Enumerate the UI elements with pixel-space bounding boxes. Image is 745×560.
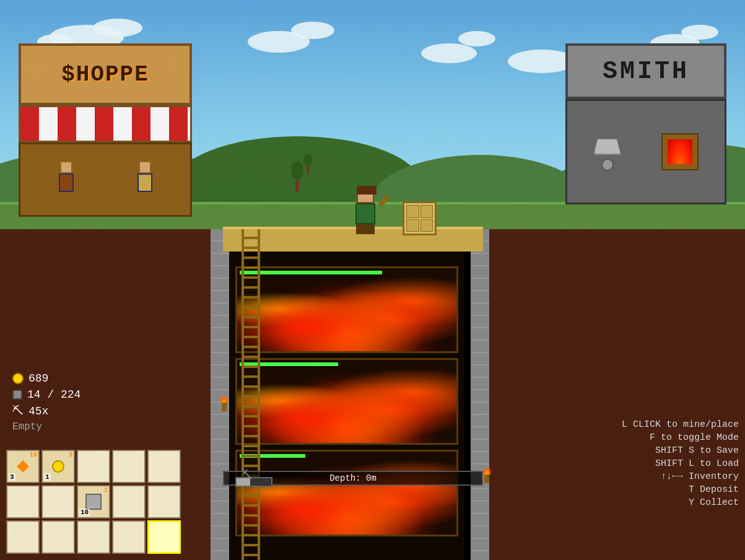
keybind-load-label: SHIFT L to Load (655, 458, 739, 469)
inv-slot-1[interactable]: 3 1 (41, 450, 75, 483)
inv-slot-6[interactable] (41, 485, 75, 518)
furnace-1-progress (240, 271, 382, 274)
keybind-deposit-label: T Deposit (689, 484, 739, 495)
npc-2-head (139, 161, 151, 173)
npc-1-body (59, 173, 74, 192)
item-box (403, 201, 437, 235)
smith-anvil (594, 133, 621, 155)
stat-pickaxe: ⛏ 45x (12, 405, 81, 418)
inv-slot-5[interactable] (6, 485, 40, 518)
inv-item-7: 1 10 (78, 486, 109, 517)
keybind-save-label: SHIFT S to Save (655, 445, 739, 456)
smith-label: SMITH (603, 58, 689, 85)
pickaxe-value: 45x (28, 405, 48, 418)
gold-value: 689 (28, 372, 48, 385)
keybind-collect-label: Y Collect (689, 497, 739, 508)
smith-weight (601, 159, 614, 171)
item-cell-3 (406, 219, 419, 232)
player-body (355, 203, 375, 224)
keybind-collect: Y Collect (622, 497, 739, 508)
pickaxe-icon: ⛏ (12, 405, 24, 418)
furnace-3 (235, 450, 458, 536)
npc-2 (133, 161, 157, 198)
keybind-save: SHIFT S to Save (622, 445, 739, 456)
keybinds-panel: L CLICK to mine/place F to toggle Mode S… (622, 419, 739, 510)
smith-furnace-small (661, 133, 699, 170)
player-hair (357, 186, 377, 195)
keybind-mine-label: L CLICK to mine/place (622, 419, 739, 430)
gold-coin-icon (12, 373, 24, 384)
npc-2-body (137, 173, 152, 192)
furnace-2-fire (237, 360, 456, 443)
tree-2 (303, 154, 312, 175)
item-cell-1 (406, 205, 419, 218)
game-canvas: $HOPPE SMITH (0, 0, 745, 560)
inv-slot-13[interactable] (112, 520, 146, 554)
shoppe: $HOPPE (19, 43, 192, 217)
inv-slot-10[interactable] (6, 520, 40, 554)
stat-gold: 689 (12, 372, 81, 385)
torch-left (220, 396, 228, 409)
mine-progress-bar (235, 477, 272, 487)
smith-body (565, 99, 726, 204)
npc-1 (54, 161, 79, 198)
hud-stats: 689 14 / 224 ⛏ 45x Empty (12, 372, 81, 436)
smith-interior (594, 133, 621, 171)
smith: SMITH (565, 43, 726, 204)
cloud-10 (681, 25, 718, 40)
furnace-3-fire (237, 452, 456, 535)
gem-orange-0 (17, 460, 29, 473)
bag-icon (12, 390, 22, 400)
keybind-inventory-label: ↑↓←→ Inventory (661, 471, 739, 482)
smith-fire-small (668, 139, 692, 164)
cloud-6 (421, 43, 477, 63)
keybind-deposit: T Deposit (622, 484, 739, 495)
inv-slot-9[interactable] (147, 485, 181, 518)
shaft-wall-left (211, 229, 229, 560)
inv-slot-0[interactable]: 10 3 (6, 450, 40, 483)
inv-item-0: 10 3 (7, 451, 38, 482)
inv-slot-8[interactable] (112, 485, 146, 518)
inv-slot-12[interactable] (77, 520, 110, 554)
block-gray-7 (85, 494, 102, 510)
inv-slot-14[interactable] (147, 520, 181, 554)
keybind-mode: F to toggle Mode (622, 432, 739, 443)
shaft-wall-right (471, 229, 489, 560)
inv-slot-7[interactable]: 1 10 (77, 485, 110, 518)
furnace-1 (235, 266, 458, 353)
smith-sign: SMITH (565, 43, 726, 99)
ladder (242, 229, 260, 560)
furnace-container (229, 266, 464, 541)
inv-slot-3[interactable] (112, 450, 146, 483)
keybind-load: SHIFT L to Load (622, 458, 739, 469)
npc-1-head (60, 161, 72, 173)
shoppe-body (19, 142, 192, 217)
player (350, 186, 381, 229)
inv-slot-2[interactable] (77, 450, 110, 483)
cloud-7 (458, 31, 495, 46)
cloud-2 (93, 19, 142, 37)
mine-platform (223, 227, 483, 252)
keybind-mode-label: F to toggle Mode (650, 432, 739, 443)
furnace-2 (235, 358, 458, 445)
pickaxe-sprite-bottom: ⛏ (242, 469, 253, 482)
furnace-1-fire (237, 268, 456, 351)
inventory-grid[interactable]: 10 3 3 1 1 10 (6, 450, 181, 554)
inv-slot-11[interactable] (41, 520, 75, 554)
shoppe-sign: $HOPPE (19, 43, 192, 105)
player-head (357, 186, 374, 203)
inv-item-1: 3 1 (43, 451, 74, 482)
tree-1 (291, 161, 303, 192)
stat-bag: 14 / 224 (12, 388, 81, 401)
inv-slot-4[interactable] (147, 450, 181, 483)
coin-yellow-1 (52, 460, 64, 473)
empty-label: Empty (12, 421, 81, 432)
torch-right (483, 468, 490, 481)
shoppe-label: $HOPPE (61, 62, 149, 87)
keybind-inventory: ↑↓←→ Inventory (622, 471, 739, 482)
bag-value: 14 / 224 (27, 388, 81, 401)
shoppe-awning (19, 105, 192, 142)
keybind-mine: L CLICK to mine/place (622, 419, 739, 430)
cloud-5 (291, 22, 334, 39)
player-legs (356, 224, 375, 234)
